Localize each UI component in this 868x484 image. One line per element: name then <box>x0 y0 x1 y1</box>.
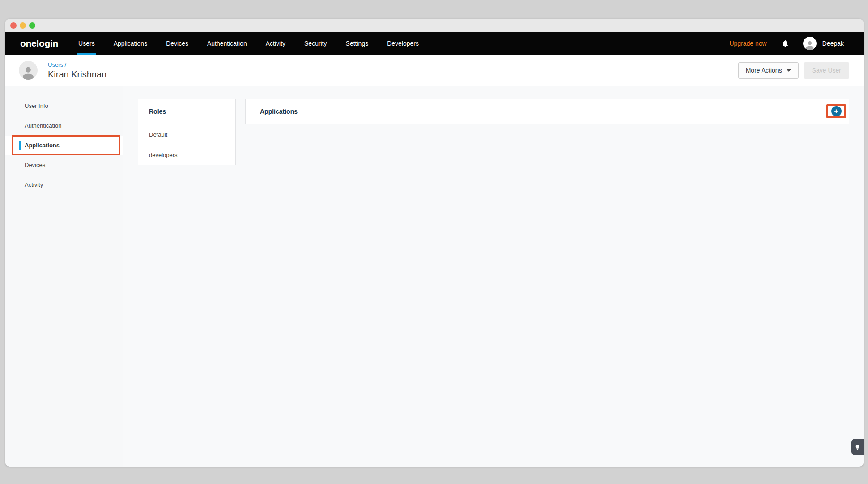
role-row-default[interactable]: Default <box>138 124 235 145</box>
sidebar-item-authentication[interactable]: Authentication <box>5 116 123 136</box>
nav-tab-security[interactable]: Security <box>304 32 327 55</box>
content-area: User Info Authentication Applications De… <box>5 86 864 467</box>
profile-avatar <box>19 61 38 80</box>
minimize-window-button[interactable] <box>20 22 26 29</box>
roles-panel-title: Roles <box>138 99 235 124</box>
sidebar-item-devices[interactable]: Devices <box>5 155 123 175</box>
header-actions: More Actions Save User <box>738 62 849 79</box>
main-panel-area: Roles Default developers Applications + <box>123 86 864 467</box>
more-actions-label: More Actions <box>746 67 782 74</box>
breadcrumb-users-link[interactable]: Users / <box>48 61 106 68</box>
nav-tab-applications[interactable]: Applications <box>114 32 148 55</box>
lightbulb-icon <box>855 444 860 450</box>
page-title: Kiran Krishnan <box>48 69 106 80</box>
sidebar-item-label: Applications <box>25 142 60 149</box>
page-header: Users / Kiran Krishnan More Actions Save… <box>5 55 864 86</box>
app-window: onelogin Users Applications Devices Auth… <box>5 19 864 467</box>
user-avatar[interactable] <box>803 37 817 50</box>
add-application-button[interactable]: + <box>831 106 842 116</box>
close-window-button[interactable] <box>10 22 17 29</box>
sidebar-item-applications[interactable]: Applications <box>5 136 123 155</box>
nav-tab-activity[interactable]: Activity <box>266 32 285 55</box>
account-name[interactable]: Deepak <box>822 40 844 47</box>
nav-tab-devices[interactable]: Devices <box>166 32 188 55</box>
role-row-developers[interactable]: developers <box>138 145 235 165</box>
upgrade-now-link[interactable]: Upgrade now <box>729 40 766 47</box>
onelogin-logo[interactable]: onelogin <box>20 38 58 49</box>
nav-tab-settings[interactable]: Settings <box>346 32 369 55</box>
primary-nav: Users Applications Devices Authenticatio… <box>78 32 419 55</box>
maximize-window-button[interactable] <box>29 22 35 29</box>
nav-tab-users[interactable]: Users <box>78 32 95 55</box>
nav-tab-authentication[interactable]: Authentication <box>207 32 247 55</box>
active-indicator-bar <box>19 141 21 150</box>
more-actions-button[interactable]: More Actions <box>738 62 799 79</box>
applications-panel: Applications + <box>245 99 849 124</box>
roles-panel: Roles Default developers <box>138 99 236 165</box>
navbar-right: Upgrade now Deepak <box>729 37 844 50</box>
plus-icon: + <box>834 107 838 115</box>
top-navbar: onelogin Users Applications Devices Auth… <box>5 32 864 55</box>
sidebar-item-activity[interactable]: Activity <box>5 175 123 195</box>
sidebar-item-user-info[interactable]: User Info <box>5 96 123 116</box>
annotation-highlight-add-application: + <box>826 104 846 118</box>
walkthrough-bulb-button[interactable] <box>851 439 864 455</box>
page-header-text: Users / Kiran Krishnan <box>48 61 106 80</box>
bell-icon[interactable] <box>781 39 789 47</box>
applications-panel-title: Applications <box>260 108 298 115</box>
user-detail-sidebar: User Info Authentication Applications De… <box>5 86 123 467</box>
chevron-down-icon <box>787 69 791 72</box>
save-user-button[interactable]: Save User <box>804 62 849 79</box>
window-titlebar <box>5 19 864 32</box>
nav-tab-developers[interactable]: Developers <box>387 32 419 55</box>
